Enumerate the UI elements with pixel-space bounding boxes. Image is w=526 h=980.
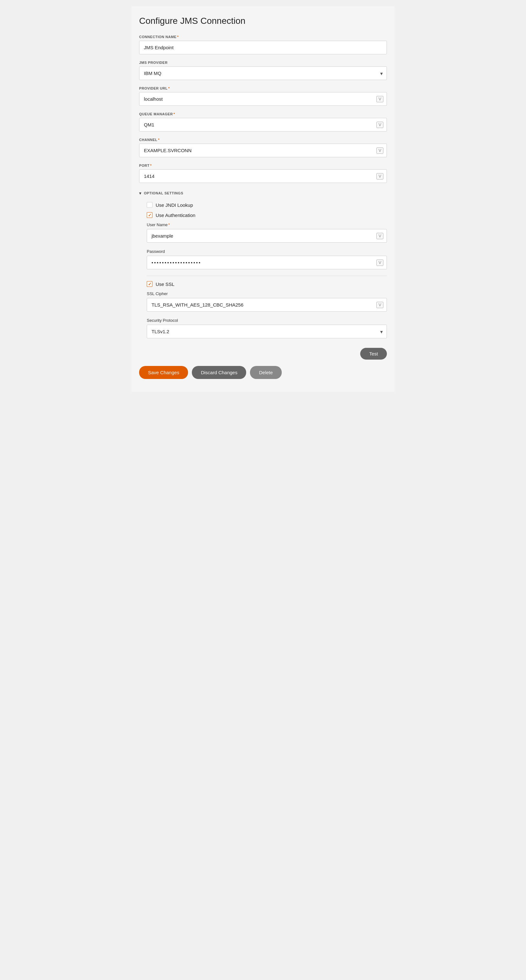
jms-provider-label: JMS PROVIDER	[139, 60, 387, 65]
optional-settings-section: ▾ OPTIONAL SETTINGS Use JNDI Lookup Use …	[139, 189, 387, 338]
optional-settings-content: Use JNDI Lookup Use Authentication User …	[139, 202, 387, 338]
provider-url-label: PROVIDER URL*	[139, 86, 387, 90]
security-protocol-select[interactable]: TLSv1.2 TLSv1.1 TLSv1.0	[147, 325, 386, 338]
test-row: Test	[139, 348, 387, 360]
channel-label: CHANNEL*	[139, 138, 387, 142]
action-row: Save Changes Discard Changes Delete	[139, 366, 387, 379]
save-button[interactable]: Save Changes	[139, 366, 188, 379]
queue-manager-input-wrapper: V	[139, 118, 387, 132]
security-protocol-section: Security Protocol TLSv1.2 TLSv1.1 TLSv1.…	[147, 318, 387, 338]
optional-settings-toggle[interactable]: ▾ OPTIONAL SETTINGS	[139, 189, 387, 197]
provider-url-input[interactable]	[140, 92, 386, 105]
queue-manager-input[interactable]	[140, 118, 386, 131]
password-section: Password V	[147, 249, 387, 269]
required-star-qm: *	[173, 112, 175, 116]
connection-name-input[interactable]	[140, 41, 386, 54]
username-input[interactable]	[147, 229, 386, 242]
password-input[interactable]	[147, 256, 386, 269]
buttons-area: Test Save Changes Discard Changes Delete	[139, 348, 387, 379]
delete-button[interactable]: Delete	[250, 366, 281, 379]
port-input-wrapper: V	[139, 169, 387, 183]
required-star-url: *	[168, 86, 170, 90]
connection-name-input-wrapper	[139, 41, 387, 54]
channel-section: CHANNEL* V	[139, 138, 387, 157]
username-label: User Name*	[147, 223, 387, 227]
ssl-divider	[147, 276, 387, 276]
required-star-username: *	[168, 223, 170, 227]
jms-provider-select-wrapper: IBM MQ ActiveMQ WebSphere MQ ▾	[139, 67, 387, 80]
test-button[interactable]: Test	[360, 348, 387, 360]
ssl-cipher-label: SSL Cipher	[147, 291, 387, 296]
use-ssl-row: Use SSL	[147, 281, 387, 287]
provider-url-section: PROVIDER URL* V	[139, 86, 387, 106]
use-jndi-label: Use JNDI Lookup	[156, 202, 193, 208]
connection-name-label: CONNECTION NAME*	[139, 35, 387, 39]
channel-input-wrapper: V	[139, 143, 387, 157]
connection-name-section: CONNECTION NAME*	[139, 35, 387, 54]
ssl-cipher-input-wrapper: V	[147, 298, 387, 312]
channel-input[interactable]	[140, 144, 386, 157]
jms-provider-select[interactable]: IBM MQ ActiveMQ WebSphere MQ	[140, 67, 386, 80]
queue-manager-section: QUEUE MANAGER* V	[139, 112, 387, 132]
required-star-channel: *	[158, 138, 160, 142]
username-section: User Name* V	[147, 223, 387, 243]
port-section: PORT* V	[139, 164, 387, 183]
use-auth-label: Use Authentication	[156, 213, 195, 218]
queue-manager-label: QUEUE MANAGER*	[139, 112, 387, 116]
use-jndi-row: Use JNDI Lookup	[147, 202, 387, 208]
discard-button[interactable]: Discard Changes	[192, 366, 246, 379]
configure-jms-page: Configure JMS Connection CONNECTION NAME…	[132, 6, 394, 392]
optional-settings-chevron-icon: ▾	[139, 191, 141, 196]
use-auth-checkbox[interactable]	[147, 212, 153, 218]
use-auth-row: Use Authentication	[147, 212, 387, 218]
security-protocol-select-wrapper: TLSv1.2 TLSv1.1 TLSv1.0 ▾	[147, 325, 387, 338]
optional-settings-label: OPTIONAL SETTINGS	[144, 191, 183, 195]
jms-provider-section: JMS PROVIDER IBM MQ ActiveMQ WebSphere M…	[139, 60, 387, 80]
required-star: *	[177, 35, 179, 39]
required-star-port: *	[150, 164, 152, 167]
security-protocol-label: Security Protocol	[147, 318, 387, 323]
username-input-wrapper: V	[147, 229, 387, 243]
password-label: Password	[147, 249, 387, 254]
port-label: PORT*	[139, 164, 387, 167]
ssl-cipher-section: SSL Cipher V	[147, 291, 387, 312]
provider-url-input-wrapper: V	[139, 92, 387, 106]
page-title: Configure JMS Connection	[139, 16, 387, 26]
use-ssl-label: Use SSL	[156, 282, 174, 287]
ssl-cipher-input[interactable]	[147, 298, 386, 311]
password-input-wrapper: V	[147, 256, 387, 269]
use-ssl-checkbox[interactable]	[147, 281, 153, 287]
use-jndi-checkbox[interactable]	[147, 202, 153, 208]
port-input[interactable]	[140, 170, 386, 183]
